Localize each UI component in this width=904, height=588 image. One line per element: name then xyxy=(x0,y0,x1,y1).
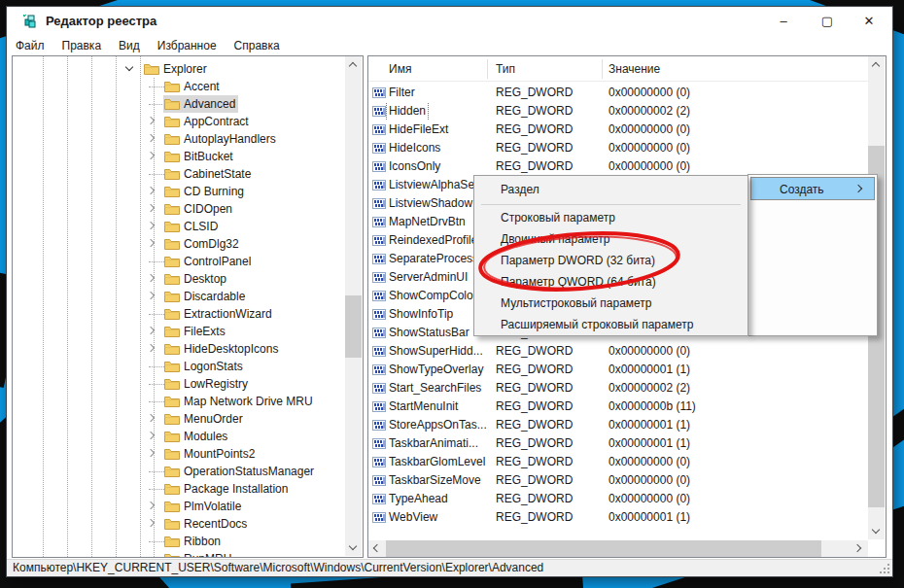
tree-item[interactable]: AutoplayHandlers xyxy=(13,130,345,148)
tree-item[interactable]: HideDesktopIcons xyxy=(13,340,345,358)
list-horizontal-scrollbar[interactable] xyxy=(368,540,868,557)
tree-item[interactable]: ExtractionWizard xyxy=(13,305,345,323)
value-type: REG_DWORD xyxy=(496,490,573,508)
tree-item[interactable]: Explorer xyxy=(13,60,345,78)
menu-item-5[interactable]: Параметр QWORD (64 бита) xyxy=(475,271,747,293)
tree-vertical-scrollbar[interactable] xyxy=(345,56,362,556)
expand-chevron-icon[interactable] xyxy=(125,63,133,71)
tree-item[interactable]: LogonStats xyxy=(13,358,345,375)
scroll-right-button[interactable] xyxy=(852,540,868,557)
registry-value-row[interactable]: StoreAppsOnTas... REG_DWORD 0x00000001 (… xyxy=(368,416,870,434)
menu-item-6[interactable]: Мультистроковый параметр xyxy=(475,293,747,314)
menubar-item-1[interactable]: Файл xyxy=(7,36,53,57)
column-header-value[interactable]: Значение xyxy=(608,62,660,76)
tree-item[interactable]: ControlPanel xyxy=(13,253,345,270)
tree-item-label: Discardable xyxy=(184,288,245,305)
expand-chevron-icon[interactable] xyxy=(147,344,155,352)
registry-value-row[interactable]: TaskbarSizeMove REG_DWORD 0x00000000 (0) xyxy=(368,471,870,490)
scroll-down-button[interactable] xyxy=(868,523,885,539)
tree-item[interactable]: Map Network Drive MRU xyxy=(13,393,345,410)
expand-chevron-icon[interactable] xyxy=(147,187,155,194)
tree-item[interactable]: Package Installation xyxy=(13,480,345,498)
column-header-type[interactable]: Тип xyxy=(496,62,515,76)
menu-item-new[interactable]: Создать xyxy=(750,177,875,200)
tree-item[interactable]: Modules xyxy=(13,428,345,445)
expand-chevron-icon[interactable] xyxy=(147,432,155,439)
registry-value-row[interactable]: WebView REG_DWORD 0x00000001 (1) xyxy=(368,508,870,527)
maximize-button[interactable]: ▢ xyxy=(806,7,849,36)
expand-chevron-icon[interactable] xyxy=(147,502,155,509)
new-value-submenu: РазделСтроковый параметрДвоичный парамет… xyxy=(473,175,748,336)
tree-item[interactable]: MenuOrder xyxy=(13,410,345,428)
menu-item-4-dword32[interactable]: Параметр DWORD (32 бита) xyxy=(475,250,747,271)
scroll-left-button[interactable] xyxy=(368,540,385,557)
registry-value-row[interactable]: Start_SearchFiles REG_DWORD 0x00000002 (… xyxy=(368,379,870,398)
reg-dword-icon xyxy=(372,328,386,338)
value-name: WebView xyxy=(389,508,437,527)
registry-value-row[interactable]: TaskbarAnimati... REG_DWORD 0x00000001 (… xyxy=(368,434,870,453)
tree-item[interactable]: AppContract xyxy=(13,113,345,130)
registry-value-row[interactable]: HideFileExt REG_DWORD 0x00000000 (0) xyxy=(368,121,870,139)
menubar-item-3[interactable]: Вид xyxy=(110,36,149,57)
tree-item[interactable]: Advanced xyxy=(13,95,345,113)
tree-item[interactable]: FileExts xyxy=(13,323,345,340)
title-bar[interactable]: Редактор реестра – ▢ ✕ xyxy=(7,7,892,36)
registry-value-row[interactable]: StartMenuInit REG_DWORD 0x0000000b (11) xyxy=(368,398,870,416)
menu-item-7[interactable]: Расширяемый строковый параметр xyxy=(475,314,747,335)
registry-value-row[interactable]: TaskbarGlomLevel REG_DWORD 0x00000000 (0… xyxy=(368,453,870,471)
scrollbar-thumb[interactable] xyxy=(386,540,821,557)
expand-chevron-icon[interactable] xyxy=(147,274,155,282)
menubar-item-2[interactable]: Правка xyxy=(53,36,111,57)
tree-item[interactable]: RunMRU xyxy=(13,550,345,558)
expand-chevron-icon[interactable] xyxy=(147,117,155,124)
menubar-item-5[interactable]: Справка xyxy=(226,36,289,57)
expand-chevron-icon[interactable] xyxy=(147,449,155,457)
tree-item[interactable]: CD Burning xyxy=(13,183,345,200)
folder-icon xyxy=(164,431,180,442)
registry-value-row[interactable]: TypeAhead REG_DWORD 0x00000000 (0) xyxy=(368,490,870,508)
menubar-item-4[interactable]: Избранное xyxy=(149,36,226,57)
expand-chevron-icon[interactable] xyxy=(147,327,155,334)
column-header-name[interactable]: Имя xyxy=(389,62,411,76)
minimize-button[interactable]: – xyxy=(762,7,805,36)
registry-value-row[interactable]: ShowTypeOverlay REG_DWORD 0x00000001 (1) xyxy=(368,361,870,379)
scroll-up-button[interactable] xyxy=(345,56,362,73)
menu-item-3[interactable]: Двоичный параметр xyxy=(475,228,747,250)
column-divider[interactable] xyxy=(602,59,603,79)
tree-item[interactable]: OperationStatusManager xyxy=(13,463,345,480)
registry-value-row[interactable]: Hidden REG_DWORD 0x00000002 (2) xyxy=(368,102,870,121)
tree-item[interactable]: RecentDocs xyxy=(13,515,345,533)
tree-item[interactable]: CLSID xyxy=(13,218,345,235)
tree-item[interactable]: PlmVolatile xyxy=(13,498,345,515)
tree-item[interactable]: MountPoints2 xyxy=(13,445,345,463)
expand-chevron-icon[interactable] xyxy=(147,519,155,527)
registry-value-row[interactable]: Filter REG_DWORD 0x00000000 (0) xyxy=(368,84,870,102)
tree-item[interactable]: LowRegistry xyxy=(13,375,345,393)
expand-chevron-icon[interactable] xyxy=(147,204,155,212)
tree-item[interactable]: Ribbon xyxy=(13,533,345,550)
expand-chevron-icon[interactable] xyxy=(147,239,155,247)
column-divider[interactable] xyxy=(487,59,488,79)
scroll-up-button[interactable] xyxy=(868,56,885,73)
menu-item-2[interactable]: Строковый параметр xyxy=(475,207,747,228)
expand-chevron-icon[interactable] xyxy=(147,292,155,299)
expand-chevron-icon[interactable] xyxy=(147,222,155,229)
registry-tree-panel[interactable]: Explorer Accent Advanced xyxy=(12,55,364,558)
tree-item[interactable]: ComDlg32 xyxy=(13,235,345,253)
tree-item[interactable]: CIDOpen xyxy=(13,200,345,218)
expand-chevron-icon[interactable] xyxy=(147,152,155,159)
registry-value-row[interactable]: ShowSuperHidd... REG_DWORD 0x00000000 (0… xyxy=(368,342,870,361)
expand-chevron-icon[interactable] xyxy=(147,414,155,422)
scrollbar-thumb[interactable] xyxy=(345,295,362,358)
tree-item[interactable]: Desktop xyxy=(13,270,345,288)
tree-item[interactable]: CabinetState xyxy=(13,165,345,183)
expand-chevron-icon[interactable] xyxy=(147,134,155,142)
tree-item[interactable]: BitBucket xyxy=(13,148,345,165)
tree-item[interactable]: Discardable xyxy=(13,288,345,305)
menu-item-1[interactable]: Раздел xyxy=(475,179,747,200)
resize-grip[interactable] xyxy=(880,564,889,573)
close-button[interactable]: ✕ xyxy=(848,7,890,36)
scroll-down-button[interactable] xyxy=(345,539,362,556)
tree-item[interactable]: Accent xyxy=(13,78,345,95)
registry-value-row[interactable]: HideIcons REG_DWORD 0x00000000 (0) xyxy=(368,139,870,157)
